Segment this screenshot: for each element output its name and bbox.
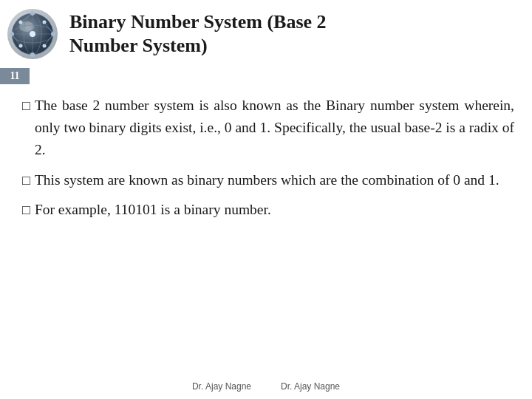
bullet-text-2: This system are known as binary numbers …	[35, 169, 514, 191]
slide-number: 11	[0, 68, 30, 84]
bullet-item-1: □ The base 2 number system is also known…	[22, 95, 514, 162]
bullet-text-3: For example, 110101 is a binary number.	[35, 199, 514, 221]
svg-point-20	[30, 31, 35, 37]
bullet-item-3: □ For example, 110101 is a binary number…	[22, 199, 514, 221]
bullet-text-1: The base 2 number system is also known a…	[35, 95, 514, 162]
svg-point-10	[30, 52, 35, 57]
footer-left: Dr. Ajay Nagne	[192, 381, 251, 392]
slide: Binary Number System (Base 2 Number Syst…	[0, 0, 532, 399]
bullet-symbol-2: □	[22, 171, 30, 191]
footer: Dr. Ajay Nagne Dr. Ajay Nagne	[0, 381, 532, 392]
header: Binary Number System (Base 2 Number Syst…	[0, 0, 532, 68]
bullet-symbol-1: □	[22, 96, 30, 117]
footer-right: Dr. Ajay Nagne	[281, 381, 340, 392]
bullet-symbol-3: □	[22, 200, 30, 221]
logo	[6, 7, 59, 61]
bullet-item-2: □ This system are known as binary number…	[22, 169, 514, 191]
header-title: Binary Number System (Base 2 Number Syst…	[69, 10, 327, 58]
content-area: □ The base 2 number system is also known…	[0, 84, 532, 236]
